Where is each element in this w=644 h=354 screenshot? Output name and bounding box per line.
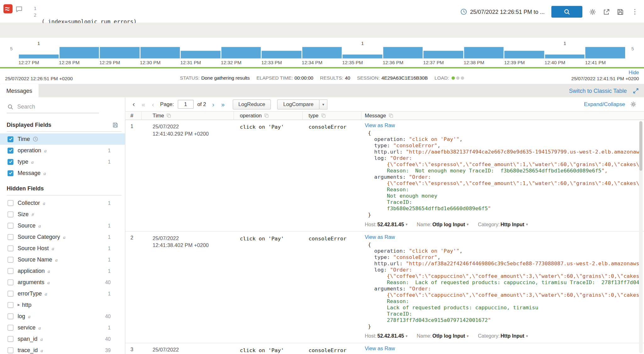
expand-collapse-link[interactable]: Expand/Collapse (584, 101, 625, 107)
field-checkbox[interactable] (8, 170, 14, 176)
histogram-bucket[interactable] (585, 47, 626, 58)
histogram-bar[interactable] (424, 51, 463, 58)
histogram-bar[interactable] (221, 47, 261, 58)
field-checkbox[interactable] (8, 302, 14, 308)
histogram-bucket[interactable] (464, 47, 504, 58)
field-checkbox[interactable] (8, 222, 14, 228)
histogram-bar[interactable] (59, 47, 99, 58)
histogram-bucket[interactable] (180, 47, 221, 58)
meta-name-[interactable]: Name:Otlp log Input▾ (417, 222, 469, 228)
meta-name-[interactable]: Name:Otlp log Input▾ (417, 333, 469, 339)
field-row-type[interactable]: typea1 (0, 156, 125, 167)
field-row-application[interactable]: applicationa1 (0, 265, 125, 277)
view-as-raw-link[interactable]: View as Raw (365, 122, 642, 128)
histogram-bar[interactable] (343, 54, 382, 58)
meta-host-[interactable]: Host:52.42.81.45▾ (365, 222, 408, 228)
switch-to-classic-table-link[interactable]: Switch to Classic Table (569, 87, 627, 94)
expand-chevron-icon[interactable]: ▸ (18, 302, 20, 307)
next-page-icon[interactable]: › (210, 101, 216, 107)
field-checkbox[interactable] (8, 136, 14, 142)
field-row-service[interactable]: servicea1 (0, 322, 125, 333)
tab-messages[interactable]: Messages (0, 84, 39, 98)
fields-search-input[interactable] (17, 104, 98, 110)
fields-search[interactable] (7, 102, 99, 113)
field-row-size[interactable]: Size# (0, 209, 125, 220)
hide-histogram-link[interactable]: Hide (629, 70, 639, 76)
field-row-source-name[interactable]: Source Namea1 (0, 254, 125, 265)
start-search-button[interactable] (551, 6, 582, 18)
histogram-bucket[interactable]: 1 (19, 47, 59, 58)
histogram-bar[interactable] (504, 51, 544, 58)
histogram-bucket[interactable] (504, 47, 545, 58)
field-checkbox[interactable] (8, 324, 14, 330)
view-as-raw-link[interactable]: View as Raw (365, 346, 642, 352)
field-row-operation[interactable]: operationa1 (0, 145, 125, 156)
histogram-bucket[interactable] (302, 47, 342, 58)
table-scrollbar[interactable] (639, 121, 643, 353)
histogram-bucket[interactable] (59, 47, 99, 58)
field-checkbox[interactable] (8, 234, 14, 240)
field-row-collector[interactable]: Collectora1 (0, 197, 125, 209)
back-arrow-icon[interactable]: ‹ (130, 101, 137, 108)
first-page-icon[interactable]: « (140, 101, 147, 107)
prev-page-icon[interactable]: ‹ (150, 101, 156, 107)
meta-category-[interactable]: Category:Http Input▾ (478, 333, 528, 339)
field-row-log[interactable]: loga40 (0, 311, 125, 322)
histogram-bar[interactable] (262, 51, 301, 58)
header-row-number[interactable]: # (125, 112, 142, 120)
copy-icon[interactable] (321, 113, 326, 118)
field-checkbox[interactable] (8, 256, 14, 262)
histogram-bucket[interactable] (221, 47, 261, 58)
field-row-source[interactable]: Sourcea1 (0, 220, 125, 231)
histogram-bucket[interactable]: 1 (545, 47, 585, 58)
histogram-bucket[interactable] (261, 47, 302, 58)
field-checkbox[interactable] (8, 336, 14, 342)
field-row-errortype[interactable]: errorTypea1 (0, 288, 125, 299)
histogram-bar[interactable] (586, 47, 625, 58)
field-checkbox[interactable] (8, 245, 14, 251)
field-row-trace-id[interactable]: trace_ida39 (0, 345, 125, 354)
histogram-bar[interactable] (19, 54, 58, 58)
field-row-source-category[interactable]: Source Categorya1 (0, 231, 125, 243)
field-checkbox[interactable] (8, 313, 14, 319)
page-number-input[interactable] (178, 100, 194, 109)
field-row-message[interactable]: Messagea (0, 167, 125, 179)
view-as-raw-link[interactable]: View as Raw (365, 234, 642, 240)
histogram-bar[interactable] (181, 51, 220, 58)
save-fields-icon[interactable] (112, 122, 118, 128)
logreduce-button[interactable]: LogReduce (232, 99, 271, 109)
field-checkbox[interactable] (8, 148, 14, 154)
speech-bubble-icon[interactable] (15, 5, 23, 15)
histogram-bucket[interactable] (383, 47, 423, 58)
settings-gear-icon[interactable] (589, 8, 596, 15)
table-settings-gear-icon[interactable] (630, 101, 636, 107)
time-range-picker[interactable]: 25/07/2022 12:26:51 PM to ... (460, 8, 545, 15)
header-type[interactable]: type (303, 112, 362, 120)
copy-icon[interactable] (167, 113, 171, 118)
header-operation[interactable]: operation (234, 112, 303, 120)
scrollbar-thumb[interactable] (639, 121, 642, 171)
field-row-http[interactable]: ▸http (0, 299, 125, 311)
header-message[interactable]: Message (361, 112, 644, 120)
histogram-bucket[interactable] (99, 47, 140, 58)
expand-view-icon[interactable] (633, 87, 639, 94)
logcompare-button[interactable]: LogCompare (277, 99, 319, 109)
field-row-source-host[interactable]: Source Hosta1 (0, 243, 125, 254)
histogram-bar[interactable] (464, 47, 504, 58)
field-row-time[interactable]: Time (0, 133, 125, 145)
field-checkbox[interactable] (8, 279, 14, 285)
histogram-bar[interactable] (100, 47, 139, 58)
kebab-menu-icon[interactable]: ⋮ (630, 8, 639, 15)
meta-host-[interactable]: Host:52.42.81.45▾ (365, 333, 408, 339)
header-time[interactable]: Time (142, 112, 234, 120)
field-checkbox[interactable] (8, 347, 14, 353)
histogram-bucket[interactable] (423, 47, 464, 58)
histogram-bucket[interactable]: 1 (342, 47, 383, 58)
field-checkbox[interactable] (8, 268, 14, 274)
field-row-arguments[interactable]: argumentsa40 (0, 277, 125, 288)
save-icon[interactable] (617, 8, 624, 15)
histogram-bar[interactable] (302, 47, 342, 58)
field-checkbox[interactable] (8, 159, 14, 165)
histogram-bar[interactable] (383, 47, 423, 58)
last-page-icon[interactable]: » (219, 101, 226, 107)
